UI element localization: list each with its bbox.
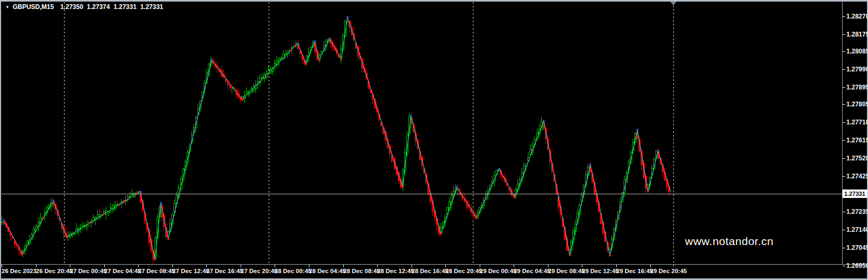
price-axis-label: 1.27895 <box>846 84 868 91</box>
zigzag-pivot-low-dot <box>647 191 649 193</box>
zigzag-pivot-high-dot <box>297 42 299 44</box>
time-axis-label: 28 Dec 08:45 <box>343 268 380 274</box>
zigzag-pivot-low-dot <box>569 254 571 256</box>
time-axis-label: 28 Dec 00:45 <box>275 268 312 274</box>
time-axis-label: 29 Dec 08:45 <box>548 268 585 274</box>
time-axis-label: 29 Dec 00:45 <box>480 268 517 274</box>
symbol-dropdown-icon[interactable]: ▼ <box>5 5 10 10</box>
time-axis-label: 29 Dec 20:45 <box>650 268 687 274</box>
price-axis-label: 1.27710 <box>846 119 868 126</box>
zigzag-pivot-high-dot <box>456 186 458 188</box>
zigzag-pivot-low-dot <box>318 59 320 61</box>
time-axis-label: 27 Dec 04:45 <box>104 268 141 274</box>
time-axis-label: 27 Dec 00:45 <box>70 268 107 274</box>
price-axis-label: 1.27235 <box>846 208 868 215</box>
current-price-tag: 1.27331 <box>843 189 867 198</box>
time-axis-label: 27 Dec 12:45 <box>172 268 209 274</box>
time-axis-label: 28 Dec 12:45 <box>377 268 414 274</box>
ohlc-open-value: 1.27350 <box>60 3 83 11</box>
price-axis-label: 1.27615 <box>846 137 868 144</box>
zigzag-pivot-low-dot <box>514 196 516 198</box>
price-axis-label: 1.28175 <box>846 31 868 38</box>
ohlc-high-value: 1.27374 <box>87 3 109 11</box>
zigzag-pivot-high-dot <box>346 16 349 18</box>
watermark-text: www.notandor.cn <box>685 235 773 248</box>
zigzag-pivot-high-dot <box>498 168 500 170</box>
price-axis-label: 1.28270 <box>846 13 868 20</box>
time-axis-label: 27 Dec 08:45 <box>138 268 175 274</box>
price-axis-label: 1.27990 <box>846 66 868 73</box>
price-axis-label: 1.26950 <box>846 262 868 269</box>
zigzag-pivot-high-dot <box>589 164 591 166</box>
price-axis-label: 1.27425 <box>846 173 868 180</box>
price-axis-label: 1.28085 <box>846 48 868 55</box>
time-axis-label: 28 Dec 04:45 <box>309 268 346 274</box>
zigzag-pivot-high-dot <box>543 120 545 122</box>
zigzag-pivot-high-dot <box>328 38 331 40</box>
zigzag-pivot-low-dot <box>66 236 68 238</box>
price-axis-label: 1.27805 <box>846 101 868 108</box>
zigzag-pivot-low-dot <box>167 238 169 240</box>
time-axis-label: 26 Dec 2023 <box>2 268 36 274</box>
price-axis-label: 1.27140 <box>846 226 868 233</box>
zigzag-pivot-high-dot <box>160 202 162 204</box>
time-axis-label: 27 Dec 16:45 <box>206 268 243 274</box>
time-axis-label: 27 Dec 20:45 <box>241 268 278 274</box>
time-axis-label: 26 Dec 20:45 <box>36 268 73 274</box>
zigzag-pivot-high-dot <box>3 220 5 222</box>
ohlc-low-value: 1.27331 <box>114 3 136 11</box>
zigzag-pivot-low-dot <box>476 217 478 219</box>
symbol-period-label: GBPUSD,M15 <box>13 3 54 11</box>
zigzag-pivot-low-dot <box>609 254 611 256</box>
zigzag-pivot-low-dot <box>241 98 243 101</box>
time-axis-label: 29 Dec 16:45 <box>616 268 653 274</box>
zigzag-pivot-high-dot <box>52 200 54 202</box>
zigzag-pivot-high-dot <box>657 150 659 152</box>
zigzag-pivot-high-dot <box>211 59 213 61</box>
zigzag-pivot-low-dot <box>21 253 23 255</box>
zigzag-pivot-low-dot <box>440 233 442 235</box>
zigzag-pivot-low-dot <box>154 258 156 260</box>
time-axis-label: 29 Dec 04:45 <box>514 268 551 274</box>
price-axis[interactable]: 1.282701.281751.280851.279901.278951.278… <box>843 13 868 269</box>
price-axis-label: 1.27520 <box>846 155 868 162</box>
zigzag-pivot-high-dot <box>636 129 638 131</box>
time-axis-label: 28 Dec 16:45 <box>412 268 449 274</box>
zigzag-pivot-low-dot <box>401 186 404 188</box>
zigzag-pivot-high-dot <box>314 40 316 42</box>
zigzag-pivot-low-dot <box>340 58 342 60</box>
zigzag-pivot-low-dot <box>305 62 307 65</box>
ohlc-close-value: 1.27331 <box>140 3 163 11</box>
time-axis-label: 29 Dec 12:45 <box>582 268 619 274</box>
price-axis-label: 1.27045 <box>846 244 868 251</box>
chart-title-bar: ▼ GBPUSD,M15 1.27350 1.27374 1.27331 1.2… <box>5 3 167 11</box>
zigzag-pivot-high-dot <box>139 191 141 193</box>
zigzag-pivot-high-dot <box>410 115 412 117</box>
chart-window: 1.282701.281751.280851.279901.278951.278… <box>0 0 868 280</box>
time-axis-label: 28 Dec 20:45 <box>445 268 482 274</box>
